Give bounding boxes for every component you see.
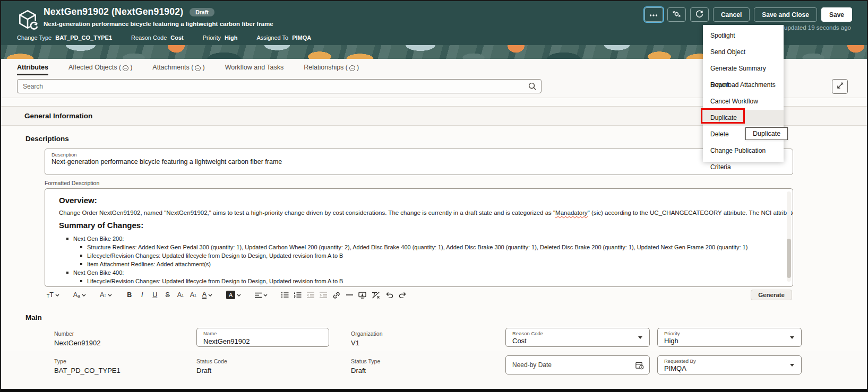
meta-label: Reason Code <box>131 34 167 41</box>
duplicate-tooltip: Duplicate <box>745 127 788 140</box>
field-label: Status Type <box>351 358 505 364</box>
page-title: NextGen91902 (NextGen91902) <box>44 6 183 18</box>
align-icon[interactable] <box>255 290 268 300</box>
meta-label: Priority <box>203 34 221 41</box>
field-label: Organization <box>351 330 505 337</box>
meta-label: Change Type <box>17 34 51 41</box>
refresh-icon <box>695 10 704 20</box>
tab-relationships[interactable]: Relationships () <box>304 64 359 75</box>
more-actions-button[interactable] <box>644 7 663 22</box>
strikethrough-icon[interactable]: S <box>164 290 171 300</box>
numbered-list-icon[interactable] <box>294 290 302 300</box>
name-field[interactable]: Name <box>196 328 329 347</box>
bold-icon[interactable]: B <box>126 290 133 300</box>
horizontal-rule-icon[interactable] <box>346 290 353 300</box>
open-panel-button[interactable] <box>832 79 848 94</box>
tab-attributes[interactable]: Attributes <box>17 64 48 75</box>
font-size-icon[interactable]: A↕ <box>100 290 112 300</box>
field-value: V1 <box>351 339 505 347</box>
chevron-down-icon <box>790 336 794 339</box>
save-and-close-button[interactable]: Save and Close <box>754 7 817 22</box>
cancel-button[interactable]: Cancel <box>713 7 750 22</box>
app-window: NextGen91902 (NextGen91902) Draft Next-g… <box>0 0 868 392</box>
menu-item-duplicate[interactable]: Duplicate <box>703 110 784 126</box>
editor-overview-heading: Overview: <box>59 196 771 205</box>
tab-label-close: ) <box>202 64 204 71</box>
page-subtitle: Next-generation performance bicycle feat… <box>44 21 273 27</box>
font-family-icon[interactable]: Aa <box>73 290 86 300</box>
underline-icon[interactable]: U <box>151 290 159 300</box>
paragraph-text: " (sic) according to the UC_CHANGECATEGO… <box>588 210 793 216</box>
list-item: Next Gen Bike 200: <box>66 234 771 243</box>
menu-item-send-object[interactable]: Send Object <box>703 44 784 60</box>
tab-label: Affected Objects ( <box>68 64 121 71</box>
pending-count-icon <box>123 65 128 71</box>
list-item: Next Gen Bike 400: <box>66 268 771 277</box>
generate-button[interactable]: Generate <box>751 290 792 300</box>
bullet-list-icon[interactable] <box>281 290 289 300</box>
link-icon[interactable] <box>332 290 340 300</box>
tab-label: Attributes <box>17 64 48 71</box>
field-label: Status Code <box>196 358 351 364</box>
pending-count-icon <box>195 65 201 71</box>
field-status-code: Status Code Draft <box>196 355 351 374</box>
change-order-cube-icon <box>16 8 39 33</box>
undo-icon[interactable] <box>385 290 393 300</box>
refresh-button[interactable] <box>690 7 709 22</box>
list-item: Lifecycle/Revision Changes: Updated life… <box>80 251 771 260</box>
save-button[interactable]: Save <box>821 7 852 22</box>
list-item: Structure Redlines: Added Next Gen Pedal… <box>80 243 771 251</box>
subscript-icon[interactable]: A1 <box>190 290 197 300</box>
menu-item-change-publication-criteria[interactable]: Change Publication Criteria <box>703 143 784 159</box>
highlight-color-icon[interactable]: A <box>226 290 241 300</box>
chevron-down-icon <box>790 364 794 367</box>
field-label: Reason Code <box>512 330 643 336</box>
pending-count-icon <box>349 65 355 71</box>
panel-expand-icon <box>836 82 844 92</box>
field-value: Draft <box>351 367 505 374</box>
menu-item-cancel-workflow[interactable]: Cancel Workflow <box>703 93 784 110</box>
priority-select[interactable]: Priority High <box>657 328 802 347</box>
description-field[interactable]: Description Next-generation performance … <box>45 149 793 175</box>
main-heading: Main <box>25 313 867 321</box>
requested-by-select[interactable]: Requested By PIMQA <box>657 355 802 374</box>
superscript-icon[interactable]: A1 <box>177 290 184 300</box>
need-by-date-field[interactable]: Need-by Date <box>505 355 650 374</box>
name-input[interactable] <box>203 337 322 345</box>
menu-item-spotlight[interactable]: Spotlight <box>703 28 784 44</box>
clear-formatting-icon[interactable] <box>372 290 380 300</box>
tab-label: Workflow and Tasks <box>225 64 284 71</box>
meta-value: BAT_PD_CO_TYPE1 <box>55 34 112 41</box>
tag-gear-button[interactable] <box>667 7 686 22</box>
reason-code-select[interactable]: Reason Code Cost <box>505 328 650 347</box>
italic-icon[interactable]: I <box>139 290 146 300</box>
text-style-icon[interactable]: TT <box>47 290 59 300</box>
search-input[interactable] <box>17 79 542 93</box>
field-label: Priority <box>664 330 795 336</box>
meta-label: Assigned To <box>256 34 288 41</box>
field-value: Draft <box>196 367 351 374</box>
tab-attachments[interactable]: Attachments () <box>152 64 204 75</box>
editor-toolbar: TT Aa A↕ B I U S A1 A1 A A <box>45 287 793 301</box>
indent-icon[interactable] <box>320 290 327 300</box>
search-icon[interactable] <box>528 82 537 93</box>
menu-item-generate-summary-report[interactable]: Generate Summary Report <box>703 60 784 77</box>
rich-text-editor[interactable]: Overview: Change Order NextGen91902, nam… <box>45 188 793 287</box>
paragraph-text: Change Order NextGen91902, named "NextGe… <box>59 210 555 216</box>
field-organization: Organization V1 <box>351 328 505 347</box>
redo-icon[interactable] <box>399 290 407 300</box>
menu-item-download-attachments[interactable]: Download Attachments <box>703 77 784 93</box>
outdent-icon[interactable] <box>307 290 314 300</box>
misspelled-word: Manadatory <box>555 210 588 216</box>
tab-affected-objects[interactable]: Affected Objects () <box>68 64 132 75</box>
calendar-clock-icon[interactable] <box>635 361 644 370</box>
editor-overview-paragraph: Change Order NextGen91902, named "NextGe… <box>59 210 771 216</box>
tab-workflow-and-tasks[interactable]: Workflow and Tasks <box>225 64 284 75</box>
editor-scrollbar-thumb[interactable] <box>787 239 791 278</box>
summary-list: Next Gen Bike 200: Structure Redlines: A… <box>59 234 771 285</box>
meta-value: Cost <box>170 34 183 41</box>
tag-gear-icon <box>672 10 681 20</box>
embed-media-icon[interactable] <box>358 290 366 300</box>
text-color-icon[interactable]: A <box>202 290 212 300</box>
formatted-description-label: Formatted Description <box>45 180 867 186</box>
